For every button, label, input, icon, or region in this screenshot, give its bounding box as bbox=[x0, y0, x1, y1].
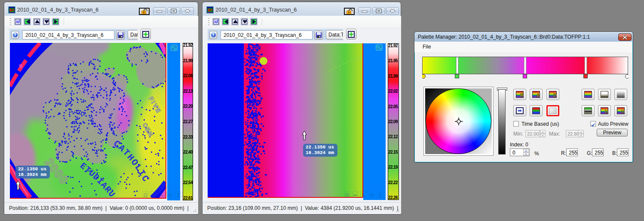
svg-text:U: U bbox=[605, 109, 608, 114]
svg-text:R: R bbox=[520, 93, 524, 98]
svg-text:A: A bbox=[537, 93, 540, 98]
svg-text:D: D bbox=[553, 93, 557, 98]
svg-text:U: U bbox=[621, 109, 625, 114]
